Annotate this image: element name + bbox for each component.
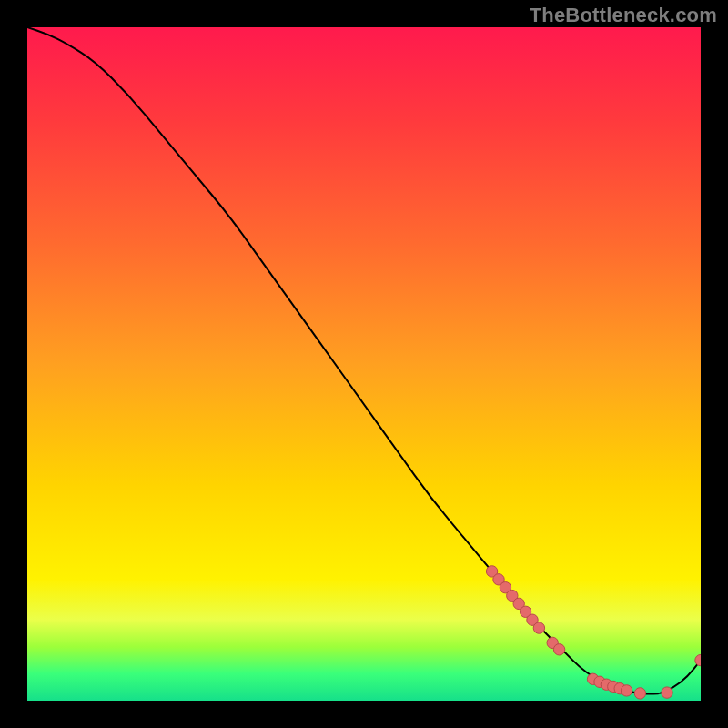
chart-svg bbox=[27, 27, 701, 701]
data-marker bbox=[695, 654, 701, 665]
data-marker bbox=[533, 622, 544, 633]
data-marker bbox=[662, 687, 672, 698]
chart-stage: TheBottleneck.com bbox=[0, 0, 728, 728]
plot-area bbox=[27, 27, 701, 701]
data-marker bbox=[553, 644, 564, 655]
data-marker bbox=[621, 685, 632, 696]
data-marker bbox=[634, 688, 645, 699]
watermark-text: TheBottleneck.com bbox=[530, 5, 717, 25]
data-markers bbox=[486, 566, 701, 699]
curve-line bbox=[27, 27, 701, 694]
